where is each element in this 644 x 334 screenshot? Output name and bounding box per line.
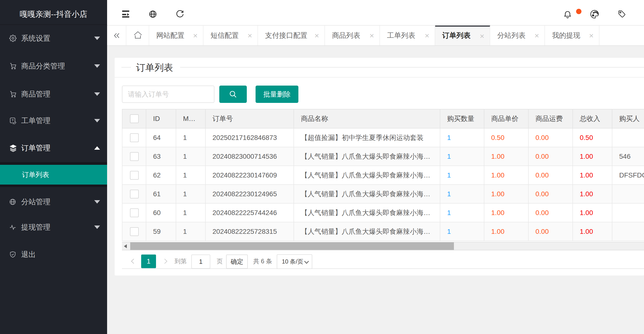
svg-text:?: ? (12, 118, 14, 122)
